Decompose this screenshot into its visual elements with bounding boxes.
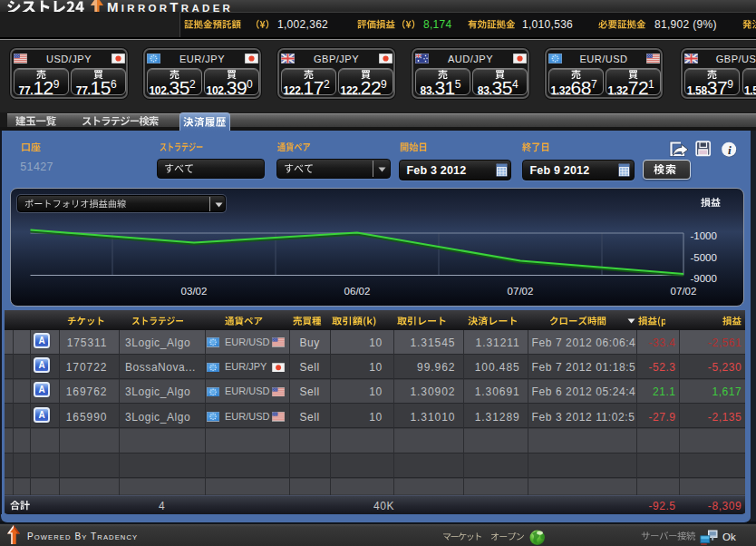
svg-text:07/02: 07/02 [508,286,534,297]
svg-text:-9000: -9000 [691,273,717,284]
svg-text:07/02: 07/02 [671,286,697,297]
svg-text:03/02: 03/02 [181,286,208,297]
svg-text:-5000: -5000 [691,252,717,263]
svg-text:-1000: -1000 [691,230,717,241]
svg-text:06/02: 06/02 [344,286,371,297]
